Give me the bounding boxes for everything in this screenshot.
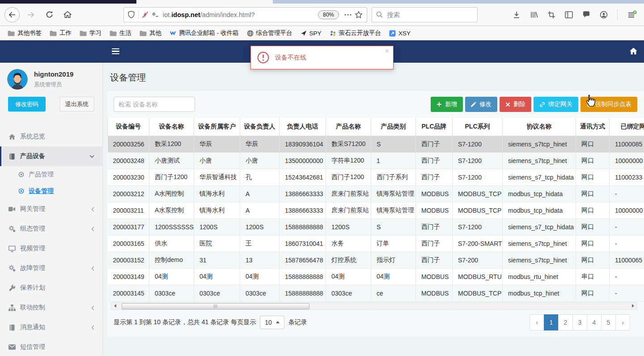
column-header[interactable]: 产品名称 bbox=[326, 118, 371, 136]
screenshot-icon[interactable] bbox=[547, 11, 555, 19]
column-header[interactable]: 设备负责人 bbox=[240, 118, 280, 136]
table-row[interactable]: 200003256数采1200华辰华辰18390936104数采S71200S西… bbox=[108, 136, 644, 152]
sidebar-item[interactable]: 故障管理 bbox=[0, 258, 102, 278]
sidebar-item[interactable]: 消息通知 bbox=[0, 317, 102, 337]
bookmark-item[interactable]: XSY bbox=[385, 29, 415, 38]
column-header[interactable]: 设备所属客户 bbox=[194, 118, 240, 136]
sidebar-item[interactable]: 视频管理 bbox=[0, 239, 102, 258]
pager-page[interactable]: 2 bbox=[558, 314, 573, 330]
column-header[interactable]: 协议名称 bbox=[503, 118, 576, 136]
table-row[interactable]: 200003165供水医院王18607310041水务订单西门子S7-200-S… bbox=[108, 235, 644, 252]
bookmark-item[interactable]: 综合管理平台 bbox=[243, 28, 297, 39]
device-search-input[interactable] bbox=[114, 97, 195, 112]
column-header[interactable]: 通讯方式 bbox=[576, 118, 610, 136]
pager-page[interactable]: 4 bbox=[587, 314, 602, 330]
account-icon[interactable] bbox=[600, 11, 608, 19]
column-header[interactable]: 已绑定网关 bbox=[610, 118, 644, 136]
bookmark-item[interactable]: SPY bbox=[297, 29, 326, 38]
sidebar-collapse-icon[interactable] bbox=[112, 48, 119, 54]
bookmark-item[interactable]: 工作 bbox=[46, 28, 76, 39]
menu-icon[interactable] bbox=[627, 10, 637, 19]
permissions-icon[interactable] bbox=[152, 12, 159, 18]
add-button[interactable]: 新增 bbox=[431, 97, 463, 112]
sidebar-item[interactable]: 保养计划 bbox=[0, 278, 102, 298]
horizontal-scrollbar[interactable] bbox=[111, 302, 637, 310]
bookmark-label: 生活 bbox=[119, 29, 131, 37]
bind-gateway-button[interactable]: 绑定网关 bbox=[534, 97, 578, 112]
browser-search[interactable] bbox=[372, 7, 478, 22]
url-bar[interactable]: iot.idosp.net/admin/index.html? 80% bbox=[123, 7, 367, 22]
column-header[interactable]: PLC品牌 bbox=[416, 118, 453, 136]
table-row[interactable]: 200003248小唐测试小唐小唐13500000000字符串12001西门子S… bbox=[108, 152, 644, 169]
toolbar-icons bbox=[513, 9, 640, 20]
download-icon[interactable] bbox=[513, 11, 521, 19]
force-sync-button[interactable]: 强制同步点表 bbox=[580, 97, 637, 112]
edit-button[interactable]: 修改 bbox=[465, 97, 497, 112]
sidebar-item[interactable]: 联动控制 bbox=[0, 298, 102, 317]
home-button[interactable] bbox=[60, 8, 75, 22]
library-icon[interactable] bbox=[530, 11, 538, 19]
sidebar-item[interactable]: 系统总览 bbox=[0, 127, 102, 146]
pagination: ‹12345› bbox=[530, 314, 630, 330]
scroll-left-icon[interactable] bbox=[111, 303, 119, 309]
column-header[interactable]: PLC系列 bbox=[453, 118, 503, 136]
sidebar-item[interactable]: 产品设备 bbox=[0, 146, 102, 166]
pager-page[interactable]: 3 bbox=[572, 314, 587, 330]
pager-next[interactable]: › bbox=[615, 314, 630, 330]
messages-icon[interactable] bbox=[582, 11, 590, 18]
table-row[interactable]: 200003212A水闸控制镇海水利A13886663333庶来门前泵站镇海泵站… bbox=[108, 185, 644, 202]
logout-button[interactable]: 退出系统 bbox=[59, 97, 94, 112]
table-row[interactable]: 2000031450303ce0303ce0303ce1588888888803… bbox=[108, 285, 644, 301]
pagination-summary-suffix: 条记录 bbox=[288, 318, 307, 326]
table-cell: 200003165 bbox=[108, 235, 149, 252]
app-home-icon[interactable] bbox=[629, 47, 638, 55]
table-row[interactable]: 200003211A水泵控制镇海水利A13886663333庶来门前泵站镇海泵站… bbox=[108, 202, 644, 219]
sidebar-item[interactable]: 网关管理 bbox=[0, 199, 102, 219]
forward-button[interactable] bbox=[24, 8, 38, 22]
submenu-item[interactable]: 产品管理 bbox=[0, 166, 102, 183]
sidebar-item[interactable]: 短信管理 bbox=[0, 337, 102, 356]
divider bbox=[617, 9, 618, 20]
bookmark-star-icon[interactable] bbox=[355, 11, 363, 19]
delete-button[interactable]: 删除 bbox=[500, 97, 531, 112]
scrollbar-track[interactable] bbox=[119, 303, 629, 309]
pager-page[interactable]: 5 bbox=[601, 314, 616, 330]
bookmark-item[interactable]: 生活 bbox=[106, 28, 136, 39]
sidebar-item[interactable]: 组态管理 bbox=[0, 219, 102, 239]
alert-close-icon[interactable]: × bbox=[385, 47, 389, 55]
change-password-button[interactable]: 修改密码 bbox=[8, 97, 46, 112]
back-button[interactable] bbox=[4, 7, 20, 22]
bolt-blocked-icon[interactable] bbox=[142, 11, 148, 18]
table-cell: S7-1200 bbox=[453, 219, 503, 235]
page-size-dropdown[interactable]: 10 bbox=[260, 316, 284, 329]
table-cell: 04测 bbox=[149, 268, 194, 285]
pager-page[interactable]: 1 bbox=[544, 314, 559, 330]
table-row[interactable]: 200003230西门子1200华辰智通科技孔15243642681西门子120… bbox=[108, 169, 644, 185]
browser-search-input[interactable] bbox=[386, 11, 473, 19]
page-actions-icon[interactable] bbox=[344, 14, 352, 16]
bookmark-item[interactable]: 其他 bbox=[136, 28, 165, 39]
column-header[interactable]: 设备名称 bbox=[149, 118, 194, 136]
table-row[interactable]: 2000031771200SSSSSS1200S1200S15888888888… bbox=[108, 219, 644, 235]
column-header[interactable]: 产品类别 bbox=[371, 118, 416, 136]
bookmark-item[interactable]: 学习 bbox=[76, 28, 106, 39]
submenu-item[interactable]: 设备管理 bbox=[0, 183, 102, 199]
zoom-badge[interactable]: 80% bbox=[318, 10, 339, 19]
table-cell: 网口 bbox=[576, 235, 610, 252]
table-cell: 15243642681 bbox=[280, 169, 326, 185]
reload-button[interactable] bbox=[42, 8, 56, 22]
table-row[interactable]: 200003152控制demo311315878656478灯控系统指示灯西门子… bbox=[108, 252, 644, 268]
scroll-right-icon[interactable] bbox=[629, 303, 637, 309]
column-header[interactable]: 负责人电话 bbox=[280, 118, 326, 136]
shield-icon[interactable] bbox=[128, 11, 135, 18]
active-tab[interactable] bbox=[136, 0, 273, 4]
scrollbar-thumb[interactable] bbox=[122, 303, 309, 309]
pager-prev[interactable]: ‹ bbox=[530, 314, 544, 330]
table-cell: 西门子 bbox=[416, 252, 453, 268]
bookmark-item[interactable]: 腾讯企业邮箱 - 收件箱 bbox=[165, 28, 243, 39]
sidebar-toggle-icon[interactable] bbox=[565, 11, 573, 18]
column-header[interactable]: 设备编号 bbox=[108, 118, 149, 136]
table-row[interactable]: 20000314904测04测04测1588888888804测04测MODBU… bbox=[108, 268, 644, 285]
bookmark-item[interactable]: 其他书签 bbox=[4, 28, 46, 39]
bookmark-item[interactable]: 萤石云开放平台 bbox=[326, 28, 386, 39]
